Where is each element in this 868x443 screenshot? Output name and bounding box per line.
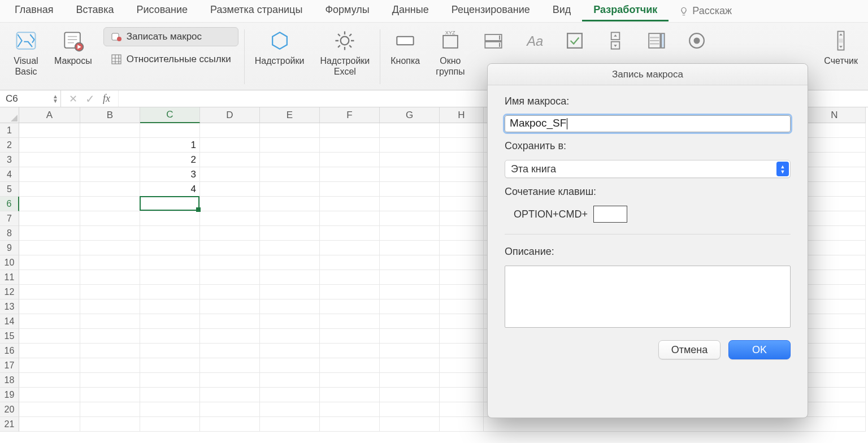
tab-review[interactable]: Рецензирование: [440, 1, 541, 21]
cell[interactable]: [200, 123, 260, 138]
cell[interactable]: [380, 402, 440, 417]
cell[interactable]: [320, 285, 380, 299]
cell[interactable]: [140, 402, 200, 417]
cell[interactable]: [804, 314, 866, 329]
column-header[interactable]: B: [80, 107, 140, 123]
cell[interactable]: [80, 373, 140, 388]
cell[interactable]: [200, 241, 260, 255]
cell[interactable]: [19, 299, 80, 314]
formula-accept-icon[interactable]: ✓: [85, 92, 95, 106]
name-box[interactable]: C6 ▲▼: [0, 90, 61, 107]
cell[interactable]: [19, 226, 80, 241]
cell[interactable]: [260, 285, 320, 299]
cell[interactable]: [200, 211, 260, 226]
cell[interactable]: [260, 138, 320, 153]
cell[interactable]: [200, 182, 260, 197]
cell[interactable]: [440, 255, 484, 270]
row-header[interactable]: 4: [0, 167, 19, 182]
row-header[interactable]: 1: [0, 123, 19, 138]
cell[interactable]: [320, 270, 380, 285]
cell[interactable]: [200, 285, 260, 299]
cell[interactable]: [260, 344, 320, 358]
cell[interactable]: [804, 167, 866, 182]
cell[interactable]: [140, 270, 200, 285]
cell[interactable]: [200, 226, 260, 241]
cell[interactable]: [380, 285, 440, 299]
cell[interactable]: [19, 417, 80, 432]
cell[interactable]: [19, 314, 80, 329]
cell[interactable]: [260, 167, 320, 182]
cell[interactable]: [140, 241, 200, 255]
row-header[interactable]: 9: [0, 241, 19, 255]
cell[interactable]: [140, 255, 200, 270]
cell[interactable]: [260, 417, 320, 432]
cell[interactable]: [260, 226, 320, 241]
description-textarea[interactable]: [505, 266, 791, 328]
row-header[interactable]: 16: [0, 344, 19, 358]
row-header[interactable]: 3: [0, 153, 19, 167]
cell[interactable]: 2: [140, 153, 200, 167]
cell[interactable]: [80, 299, 140, 314]
cell[interactable]: [440, 153, 484, 167]
cell[interactable]: [440, 373, 484, 388]
cell[interactable]: [320, 153, 380, 167]
row-headers[interactable]: 123456789101112131415161718192021: [0, 123, 19, 432]
cell[interactable]: [200, 344, 260, 358]
cell[interactable]: [440, 123, 484, 138]
cell[interactable]: [440, 417, 484, 432]
tell-me[interactable]: Расскаж: [669, 5, 732, 17]
cell[interactable]: [19, 211, 80, 226]
cell[interactable]: [260, 270, 320, 285]
cell[interactable]: [260, 299, 320, 314]
cell[interactable]: [380, 270, 440, 285]
cell[interactable]: [19, 285, 80, 299]
cell[interactable]: [80, 211, 140, 226]
relative-refs-button[interactable]: Относительные ссылки: [103, 50, 238, 69]
row-header[interactable]: 13: [0, 299, 19, 314]
row-header[interactable]: 18: [0, 373, 19, 388]
cell[interactable]: [19, 358, 80, 373]
cell[interactable]: [200, 167, 260, 182]
column-header[interactable]: C: [140, 107, 200, 123]
column-header[interactable]: N: [804, 107, 866, 123]
cell[interactable]: [19, 255, 80, 270]
cell[interactable]: [440, 285, 484, 299]
cell[interactable]: [804, 153, 866, 167]
cell[interactable]: [260, 402, 320, 417]
cell[interactable]: [380, 388, 440, 402]
visual-basic-button[interactable]: Visual Basic: [10, 27, 42, 78]
row-header[interactable]: 11: [0, 270, 19, 285]
cell[interactable]: [260, 314, 320, 329]
cell[interactable]: [19, 344, 80, 358]
cell[interactable]: [260, 197, 320, 211]
tab-home[interactable]: Главная: [3, 1, 65, 21]
cell[interactable]: [440, 211, 484, 226]
cell[interactable]: [804, 329, 866, 344]
cell[interactable]: [440, 358, 484, 373]
cell[interactable]: [440, 241, 484, 255]
row-header[interactable]: 5: [0, 182, 19, 197]
cell[interactable]: [80, 138, 140, 153]
cell[interactable]: [19, 402, 80, 417]
cell[interactable]: [80, 358, 140, 373]
cell[interactable]: [380, 255, 440, 270]
fx-icon[interactable]: fx: [103, 93, 110, 105]
cell[interactable]: [260, 255, 320, 270]
cell[interactable]: [80, 255, 140, 270]
cell[interactable]: [804, 255, 866, 270]
row-header[interactable]: 8: [0, 226, 19, 241]
cell[interactable]: [200, 373, 260, 388]
tab-view[interactable]: Вид: [541, 1, 583, 21]
cell[interactable]: [260, 123, 320, 138]
cell[interactable]: [804, 123, 866, 138]
cell[interactable]: [80, 402, 140, 417]
cell[interactable]: [380, 417, 440, 432]
tab-insert[interactable]: Вставка: [65, 1, 125, 21]
combo-box-control[interactable]: [478, 27, 509, 67]
cell[interactable]: [320, 299, 380, 314]
cell[interactable]: [320, 197, 380, 211]
cell[interactable]: [804, 299, 866, 314]
shortcut-key-input[interactable]: [593, 206, 627, 223]
cell[interactable]: [440, 344, 484, 358]
group-box-control[interactable]: XYZ Окно группы: [432, 27, 468, 78]
